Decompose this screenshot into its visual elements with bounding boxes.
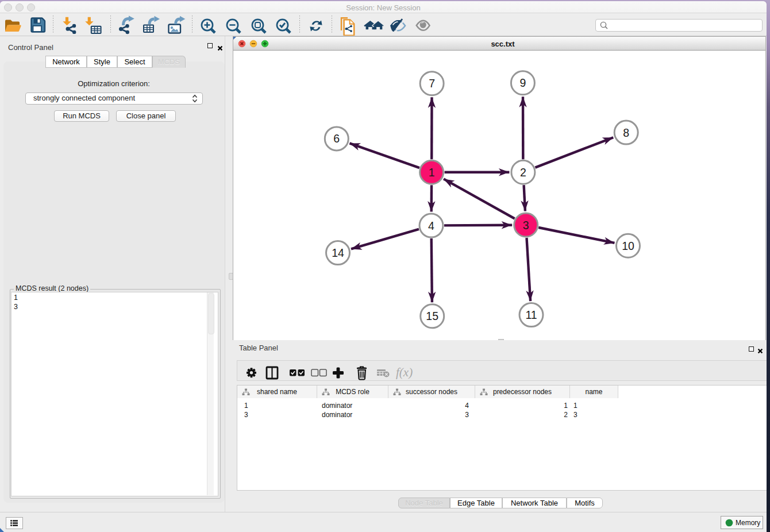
svg-text:f(x): f(x) xyxy=(396,365,413,379)
svg-text:6: 6 xyxy=(333,132,340,145)
svg-text:4: 4 xyxy=(428,219,434,232)
svg-text:9: 9 xyxy=(519,76,526,89)
svg-text:7: 7 xyxy=(429,77,435,90)
svg-text:3: 3 xyxy=(523,219,529,232)
svg-text:14: 14 xyxy=(332,246,344,259)
svg-text:10: 10 xyxy=(622,240,634,252)
svg-text:11: 11 xyxy=(525,309,537,321)
svg-text:8: 8 xyxy=(623,126,629,139)
svg-text:2: 2 xyxy=(520,166,526,179)
svg-text:1: 1 xyxy=(429,166,435,179)
svg-text:15: 15 xyxy=(426,310,438,322)
